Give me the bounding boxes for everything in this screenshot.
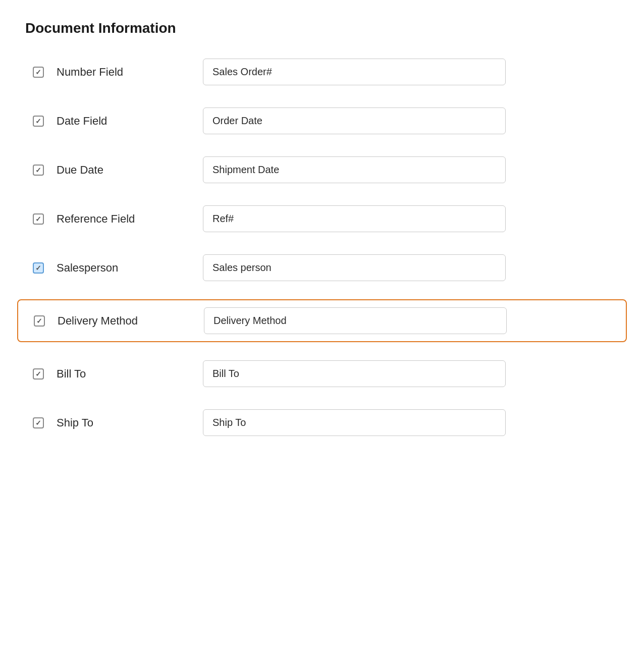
checkbox-wrap-salesperson <box>25 262 51 274</box>
checkbox-delivery-method[interactable] <box>34 315 45 327</box>
input-wrap-date-field <box>203 107 506 134</box>
checkbox-wrap-ship-to <box>25 417 51 428</box>
input-wrap-number-field <box>203 59 506 85</box>
field-row-date-field: Date Field <box>25 103 619 138</box>
field-label-ship-to: Ship To <box>51 416 203 429</box>
input-due-date[interactable] <box>203 156 506 183</box>
input-delivery-method[interactable] <box>204 307 507 334</box>
checkbox-wrap-due-date <box>25 165 51 176</box>
checkbox-wrap-date-field <box>25 116 51 127</box>
field-row-due-date: Due Date <box>25 152 619 187</box>
checkbox-wrap-reference-field <box>25 213 51 225</box>
checkbox-date-field[interactable] <box>33 116 44 127</box>
field-row-delivery-method: Delivery Method <box>17 299 627 342</box>
input-ship-to[interactable] <box>203 409 506 436</box>
checkbox-wrap-delivery-method <box>26 315 52 327</box>
checkbox-due-date[interactable] <box>33 165 44 176</box>
input-number-field[interactable] <box>203 59 506 85</box>
field-row-bill-to: Bill To <box>25 356 619 391</box>
input-wrap-ship-to <box>203 409 506 436</box>
input-wrap-due-date <box>203 156 506 183</box>
field-label-salesperson: Salesperson <box>51 261 203 275</box>
checkbox-salesperson[interactable] <box>33 262 44 274</box>
section-title: Document Information <box>25 20 619 36</box>
field-row-ship-to: Ship To <box>25 405 619 440</box>
field-label-reference-field: Reference Field <box>51 212 203 226</box>
field-label-due-date: Due Date <box>51 164 203 177</box>
checkbox-wrap-number-field <box>25 67 51 78</box>
input-wrap-salesperson <box>203 254 506 281</box>
input-wrap-bill-to <box>203 360 506 387</box>
checkbox-reference-field[interactable] <box>33 213 44 225</box>
fields-container: Number FieldDate FieldDue DateReference … <box>25 55 619 440</box>
input-salesperson[interactable] <box>203 254 506 281</box>
field-label-date-field: Date Field <box>51 115 203 128</box>
input-wrap-reference-field <box>203 205 506 232</box>
input-bill-to[interactable] <box>203 360 506 387</box>
input-reference-field[interactable] <box>203 205 506 232</box>
checkbox-wrap-bill-to <box>25 368 51 380</box>
checkbox-number-field[interactable] <box>33 67 44 78</box>
input-wrap-delivery-method <box>204 307 507 334</box>
checkbox-bill-to[interactable] <box>33 368 44 380</box>
field-label-bill-to: Bill To <box>51 367 203 381</box>
field-row-number-field: Number Field <box>25 55 619 89</box>
input-date-field[interactable] <box>203 107 506 134</box>
field-row-reference-field: Reference Field <box>25 201 619 236</box>
field-label-number-field: Number Field <box>51 66 203 79</box>
checkbox-ship-to[interactable] <box>33 417 44 428</box>
field-label-delivery-method: Delivery Method <box>52 314 204 328</box>
field-row-salesperson: Salesperson <box>25 250 619 285</box>
